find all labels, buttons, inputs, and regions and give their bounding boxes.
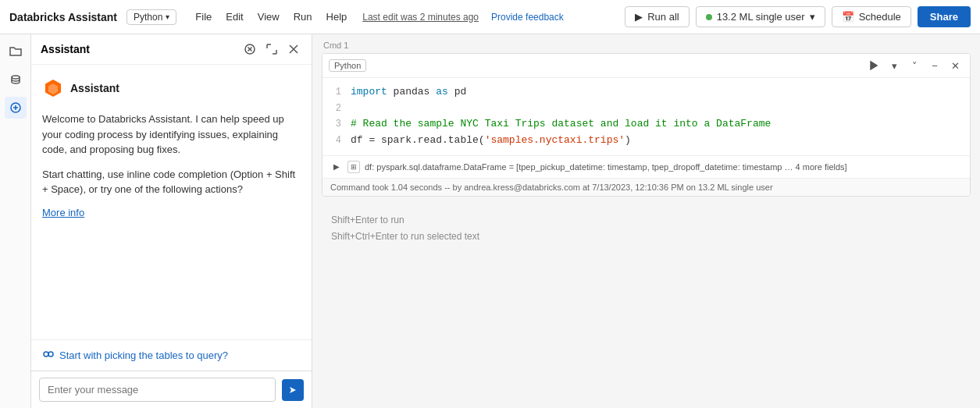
- cmd-status: Command took 1.04 seconds -- by andrea.k…: [323, 178, 970, 196]
- menu-edit[interactable]: Edit: [219, 8, 249, 26]
- assistant-header-icons: [241, 41, 302, 58]
- assistant-input-row: [31, 371, 312, 408]
- output-table-icon: ⊞: [347, 161, 360, 173]
- sidebar-icon-folder[interactable]: [5, 41, 27, 62]
- close-circle-icon[interactable]: [241, 41, 258, 58]
- sidebar-icon-assistant[interactable]: [5, 97, 27, 119]
- run-all-label: Run all: [647, 11, 679, 23]
- output-row: ▶ ⊞ df: pyspark.sql.dataframe.DataFrame …: [323, 155, 970, 178]
- cell-collapse-button[interactable]: ˅: [906, 57, 923, 74]
- code-line: 2: [323, 101, 970, 116]
- line-code: import pandas as pd: [351, 84, 466, 101]
- share-button[interactable]: Share: [918, 6, 971, 27]
- assistant-intro-title: Assistant: [70, 82, 119, 94]
- svg-point-5: [44, 352, 48, 357]
- expand-output-button[interactable]: ▶: [330, 161, 343, 173]
- hints-area: Shift+Enter to run Shift+Ctrl+Enter to r…: [322, 203, 971, 249]
- topbar: Databricks Assistant Python ▾ File Edit …: [0, 0, 980, 34]
- output-text: df: pyspark.sql.dataframe.DataFrame = [t…: [365, 162, 847, 172]
- svg-marker-8: [871, 62, 877, 69]
- svg-point-6: [48, 352, 53, 357]
- line-number: 2: [323, 101, 351, 116]
- menu-help[interactable]: Help: [320, 8, 354, 26]
- assistant-welcome-p1: Welcome to Databricks Assistant. I can h…: [42, 112, 301, 158]
- assistant-header: Assistant: [31, 34, 312, 65]
- calendar-icon: 📅: [842, 11, 854, 23]
- assistant-title: Assistant: [41, 43, 90, 55]
- chevron-down-icon: ▾: [810, 11, 815, 23]
- play-icon: ▶: [635, 11, 643, 23]
- cluster-label: 13.2 ML single user: [717, 11, 805, 23]
- menu-bar: File Edit View Run Help: [189, 8, 353, 26]
- code-line: 1import pandas as pd: [323, 84, 970, 101]
- hint-shift-enter: Shift+Enter to run: [331, 212, 961, 229]
- databricks-logo-icon: [42, 77, 64, 99]
- edit-info[interactable]: Last edit was 2 minutes ago: [362, 12, 479, 23]
- line-number: 4: [323, 133, 351, 148]
- line-number: 3: [323, 116, 351, 132]
- menu-file[interactable]: File: [189, 8, 218, 26]
- code-area[interactable]: 1import pandas as pd23# Read the sample …: [323, 78, 970, 155]
- line-code: # Read the sample NYC Taxi Trips dataset…: [351, 116, 771, 133]
- feedback-link[interactable]: Provide feedback: [491, 12, 564, 23]
- python-label: Python: [134, 12, 162, 23]
- code-line: 3# Read the sample NYC Taxi Trips datase…: [323, 116, 970, 133]
- schedule-label: Schedule: [859, 11, 901, 23]
- hint-shift-ctrl-enter: Shift+Ctrl+Enter to run selected text: [331, 229, 961, 246]
- schedule-button[interactable]: 📅 Schedule: [832, 6, 911, 27]
- line-code: df = spark.read.table('samples.nyctaxi.t…: [351, 133, 631, 149]
- svg-point-0: [12, 76, 20, 79]
- cell-minimize-button[interactable]: −: [926, 57, 943, 74]
- run-all-button[interactable]: ▶ Run all: [625, 6, 689, 27]
- assistant-logo-row: Assistant: [42, 77, 301, 99]
- notebook-area: Cmd 1 Python ▾ ˅ − ✕ 1import pandas as p…: [312, 34, 980, 408]
- cell-container: Python ▾ ˅ − ✕ 1import pandas as pd23# R…: [322, 53, 971, 197]
- cell-lang-badge[interactable]: Python: [329, 59, 366, 72]
- assistant-body: Assistant Welcome to Databricks Assistan…: [31, 65, 312, 339]
- app-title: Databricks Assistant: [9, 11, 117, 23]
- cell-close-button[interactable]: ✕: [946, 57, 964, 74]
- menu-run[interactable]: Run: [287, 8, 319, 26]
- assistant-intro: Assistant Welcome to Databricks Assistan…: [42, 77, 301, 218]
- run-options-button[interactable]: ▾: [886, 57, 903, 74]
- assistant-action-label: Start with picking the tables to query?: [59, 349, 228, 361]
- cluster-status-dot: [706, 14, 712, 20]
- icon-sidebar: [0, 34, 31, 408]
- run-cell-button[interactable]: [865, 57, 882, 74]
- action-icon: [42, 348, 55, 363]
- assistant-input[interactable]: [39, 378, 276, 402]
- cell-toolbar: Python ▾ ˅ − ✕: [323, 54, 970, 78]
- close-icon[interactable]: [285, 41, 302, 58]
- code-line: 4df = spark.read.table('samples.nyctaxi.…: [323, 133, 970, 149]
- python-selector[interactable]: Python ▾: [127, 9, 176, 25]
- more-info-link[interactable]: More info: [42, 207, 301, 218]
- cluster-button[interactable]: 13.2 ML single user ▾: [696, 6, 825, 27]
- assistant-panel: Assistant: [31, 34, 312, 408]
- send-button[interactable]: [282, 379, 304, 401]
- assistant-welcome-p2: Start chatting, use inline code completi…: [42, 167, 301, 197]
- cmd-label: Cmd 1: [322, 41, 971, 50]
- svg-marker-7: [290, 387, 296, 393]
- sidebar-icon-data[interactable]: [5, 69, 27, 90]
- menu-view[interactable]: View: [251, 8, 286, 26]
- main-layout: Assistant: [0, 34, 980, 408]
- chevron-down-icon: ▾: [166, 12, 169, 21]
- line-number: 1: [323, 84, 351, 100]
- topbar-right: ▶ Run all 13.2 ML single user ▾ 📅 Schedu…: [625, 6, 971, 27]
- expand-icon[interactable]: [263, 41, 280, 58]
- assistant-action-row[interactable]: Start with picking the tables to query?: [31, 339, 312, 371]
